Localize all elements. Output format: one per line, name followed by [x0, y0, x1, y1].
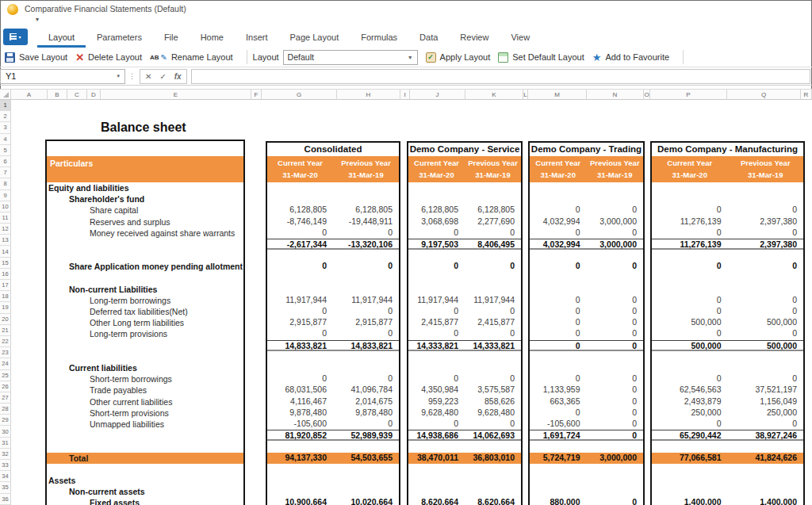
values-row-mfg-total[interactable]: 77,066,58141,824,626 — [652, 453, 803, 464]
rename-layout-button[interactable]: AB ✎ Rename Layout — [150, 52, 233, 62]
tab-formulas[interactable]: Formulas — [350, 27, 408, 48]
column-header-j[interactable]: J — [410, 90, 465, 100]
values-row-svc-short-term-provisions[interactable]: 9,628,4809,628,480 — [408, 407, 521, 419]
previous-year-value[interactable]: 0 — [587, 205, 644, 216]
values-row-svc-non-current-assets[interactable] — [408, 486, 521, 497]
row-header-4[interactable]: 4 — [0, 134, 10, 145]
current-year-value[interactable]: 1,691,724 — [530, 430, 587, 439]
current-year-value[interactable]: 0 — [530, 295, 587, 306]
row-spacer[interactable] — [47, 441, 243, 452]
values-row-svc-equity-and-liabilities[interactable] — [408, 182, 521, 193]
values-row-svc-spacer[interactable] — [408, 250, 521, 261]
values-row-mfg-non-current-assets[interactable] — [652, 486, 803, 497]
current-year-value[interactable]: 14,333,821 — [408, 341, 465, 350]
previous-year-value[interactable]: 0 — [333, 261, 399, 272]
current-year-value[interactable]: 0 — [530, 228, 587, 239]
previous-year-header-trd[interactable]: Previous Year — [587, 158, 644, 169]
row-label-share-capital[interactable]: Share capital — [47, 205, 243, 216]
values-row-cons-trade-payables[interactable]: 68,031,50641,096,784 — [267, 384, 399, 396]
current-year-value[interactable]: 0 — [408, 328, 465, 339]
row-spacer[interactable] — [47, 250, 243, 261]
previous-year-value[interactable]: 2,915,877 — [333, 317, 399, 328]
column-header-o[interactable]: O — [644, 90, 650, 100]
values-row-trd-long-term-provisions[interactable]: 00 — [530, 328, 643, 339]
values-row-cons-unmapped-liabilities[interactable]: -105,6000 — [267, 419, 399, 430]
current-year-value[interactable]: 0 — [408, 373, 465, 384]
current-year-value[interactable]: 0 — [652, 261, 728, 272]
row-header-3[interactable]: 3 — [0, 122, 10, 133]
apply-layout-button[interactable]: ✓ Apply Layout — [426, 52, 491, 63]
values-row-trd-current-liabilities[interactable] — [530, 362, 643, 373]
previous-year-value[interactable]: 36,803,010 — [465, 453, 521, 464]
previous-year-value[interactable]: 10,020,664 — [333, 497, 399, 505]
previous-year-header-mfg[interactable]: Previous Year — [728, 158, 804, 169]
column-header-d[interactable]: D — [87, 90, 101, 100]
values-row-mfg-shareholder-s-fund[interactable] — [652, 193, 803, 205]
column-header-k[interactable]: K — [465, 90, 523, 100]
current-year-value[interactable]: 0 — [652, 328, 728, 339]
row-header-2[interactable]: 2 — [0, 111, 10, 122]
values-row-trd-non-current-assets[interactable] — [530, 486, 643, 497]
values-row-svc-trade-payables[interactable]: 4,350,9843,575,587 — [408, 384, 521, 396]
previous-year-value[interactable]: 0 — [587, 228, 644, 239]
current-year-value[interactable]: 6,128,805 — [408, 205, 465, 216]
current-year-value[interactable]: 0 — [530, 306, 587, 317]
values-row-mfg-assets[interactable] — [652, 475, 803, 486]
values-row-trd-assets[interactable] — [530, 475, 643, 486]
current-year-value[interactable]: -8,746,149 — [267, 216, 333, 228]
tab-review[interactable]: Review — [449, 27, 500, 48]
current-year-value[interactable]: 5,724,719 — [530, 453, 587, 464]
previous-year-value[interactable]: 0 — [465, 306, 521, 317]
row-label-equity-and-liabilities[interactable]: Equity and liabilities — [47, 182, 243, 193]
previous-year-value[interactable]: 0 — [587, 419, 644, 430]
previous-year-value[interactable]: 0 — [465, 328, 521, 339]
values-row-svc-sub[interactable]: 14,333,82114,333,821 — [408, 340, 521, 351]
row-label-short-term-borrowings[interactable]: Short-term borrowings — [47, 373, 243, 384]
values-row-trd-spacer[interactable] — [530, 441, 643, 452]
values-row-trd-long-term-borrowings[interactable]: 00 — [530, 295, 643, 306]
group-title-svc[interactable]: Demo Company - Service — [408, 143, 521, 156]
values-row-mfg-money-received-against-share-warrants[interactable]: 00 — [652, 228, 803, 239]
previous-year-value[interactable]: 0 — [728, 295, 804, 306]
current-year-value[interactable]: 0 — [652, 205, 728, 216]
row-spacer[interactable] — [47, 351, 243, 362]
previous-year-value[interactable]: 0 — [333, 328, 399, 339]
current-year-header-trd[interactable]: Current Year — [530, 158, 587, 169]
row-header-19[interactable]: 19 — [0, 302, 10, 313]
values-row-cons-long-term-borrowings[interactable]: 11,917,94411,917,944 — [267, 295, 399, 306]
row-header-29[interactable]: 29 — [0, 415, 10, 426]
values-row-mfg-sub[interactable]: 500,000500,000 — [652, 340, 803, 351]
current-year-value[interactable]: 0 — [408, 261, 465, 272]
current-year-header-mfg[interactable]: Current Year — [652, 158, 728, 169]
previous-year-value[interactable]: 2,397,380 — [728, 216, 804, 228]
save-layout-button[interactable]: Save Layout — [5, 52, 67, 63]
current-year-value[interactable]: 81,920,852 — [267, 430, 333, 439]
values-row-cons-spacer[interactable] — [267, 250, 399, 261]
values-row-svc-sub[interactable]: 14,938,68614,062,693 — [408, 430, 521, 441]
current-year-value[interactable]: 0 — [267, 261, 333, 272]
current-year-value[interactable]: 2,415,877 — [408, 317, 465, 328]
previous-year-value[interactable]: 0 — [587, 396, 644, 407]
values-row-mfg-fixed-assets[interactable]: 1,400,0001,400,000 — [652, 497, 803, 505]
column-header-g[interactable]: G — [262, 90, 337, 100]
values-row-svc-current-liabilities[interactable] — [408, 362, 521, 373]
current-year-value[interactable]: -105,600 — [530, 419, 587, 430]
previous-year-value[interactable]: 500,000 — [728, 317, 804, 328]
values-row-svc-share-application-money-pending-allotment[interactable]: 00 — [408, 261, 521, 272]
current-year-value[interactable]: 0 — [530, 407, 587, 419]
values-row-trd-equity-and-liabilities[interactable] — [530, 182, 643, 193]
row-label-share-application-money-pending-allotment[interactable]: Share Application money pending allotmen… — [47, 261, 243, 272]
column-header-i[interactable]: I — [400, 90, 410, 100]
values-row-svc-long-term-borrowings[interactable]: 11,917,94411,917,944 — [408, 295, 521, 306]
column-header-a[interactable]: A — [11, 90, 48, 100]
values-row-trd-spacer[interactable] — [530, 351, 643, 362]
values-row-trd-sub[interactable]: 1,691,7240 — [530, 430, 643, 441]
values-row-trd-spacer[interactable] — [530, 250, 643, 261]
previous-year-value[interactable]: 37,521,197 — [728, 384, 804, 396]
current-year-value[interactable]: 0 — [267, 328, 333, 339]
values-row-trd-spacer[interactable] — [530, 273, 643, 284]
row-header-15[interactable]: 15 — [0, 258, 10, 269]
row-spacer[interactable] — [47, 464, 243, 475]
current-year-value[interactable]: 500,000 — [652, 341, 728, 350]
row-header-36[interactable]: 36 — [0, 494, 10, 505]
